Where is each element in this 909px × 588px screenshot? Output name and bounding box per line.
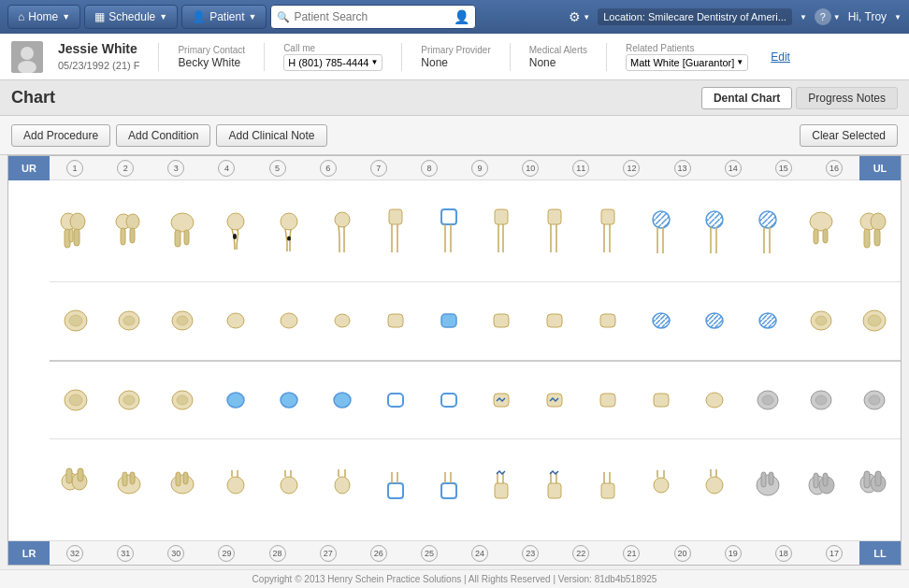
search-input[interactable]	[294, 10, 450, 23]
tooth-21-occlusal[interactable]	[635, 362, 688, 439]
tooth-17-occlusal[interactable]	[847, 362, 901, 439]
tooth-num-22[interactable]: 22	[556, 545, 606, 562]
tooth-29-occlusal[interactable]	[209, 362, 263, 439]
patient-search-box[interactable]: 🔍 👤	[270, 5, 476, 29]
tooth-19-occlusal[interactable]	[741, 362, 794, 439]
tooth-8-occlusal[interactable]	[422, 282, 475, 360]
tooth-5-facial[interactable]	[263, 180, 316, 281]
tooth-30-facial[interactable]	[156, 439, 209, 540]
tooth-14-occlusal[interactable]	[741, 282, 794, 360]
tooth-10-facial[interactable]	[528, 180, 582, 281]
tooth-num-13[interactable]: 13	[657, 160, 708, 177]
tooth-11-facial[interactable]	[582, 180, 635, 281]
tooth-6-occlusal[interactable]	[315, 282, 368, 360]
tooth-num-30[interactable]: 30	[151, 545, 201, 562]
tooth-22-occlusal[interactable]	[582, 362, 635, 439]
tooth-19-facial[interactable]	[741, 439, 794, 540]
settings-button[interactable]: ⚙ ▼	[569, 9, 590, 24]
tooth-num-15[interactable]: 15	[758, 160, 809, 177]
tooth-10-occlusal[interactable]	[528, 282, 582, 360]
tooth-18-occlusal[interactable]	[794, 362, 847, 439]
tooth-7-facial[interactable]	[368, 180, 422, 281]
tooth-num-2[interactable]: 2	[100, 160, 151, 177]
tooth-27-facial[interactable]	[315, 439, 368, 540]
add-condition-button[interactable]: Add Condition	[116, 124, 210, 147]
tooth-22-facial[interactable]	[582, 439, 635, 540]
tooth-num-7[interactable]: 7	[354, 160, 404, 177]
tooth-num-21[interactable]: 21	[606, 545, 656, 562]
tooth-4-facial[interactable]	[209, 180, 263, 281]
tooth-num-23[interactable]: 23	[505, 545, 556, 562]
tooth-15-occlusal[interactable]	[794, 282, 847, 360]
tooth-1-occlusal[interactable]	[50, 282, 103, 360]
tooth-num-26[interactable]: 26	[354, 545, 404, 562]
tooth-4-occlusal[interactable]	[209, 282, 263, 360]
tooth-num-14[interactable]: 14	[708, 160, 758, 177]
tooth-30-occlusal[interactable]	[156, 362, 209, 439]
tooth-num-29[interactable]: 29	[201, 545, 252, 562]
tooth-num-6[interactable]: 6	[303, 160, 354, 177]
tooth-num-32[interactable]: 32	[50, 545, 100, 562]
help-button[interactable]: ? ▼	[815, 8, 841, 25]
tooth-6-facial[interactable]	[315, 180, 368, 281]
call-me-dropdown[interactable]: H (801) 785-4444 ▼	[283, 54, 382, 71]
tooth-25-facial[interactable]	[422, 439, 475, 540]
clear-selected-button[interactable]: Clear Selected	[800, 124, 898, 147]
tooth-3-facial[interactable]	[156, 180, 209, 281]
tooth-12-occlusal[interactable]	[635, 282, 688, 360]
tooth-num-19[interactable]: 19	[708, 545, 758, 562]
tooth-20-facial[interactable]	[688, 439, 742, 540]
patient-button[interactable]: 👤 Patient ▼	[181, 5, 267, 29]
tooth-23-facial[interactable]	[528, 439, 582, 540]
tooth-32-occlusal[interactable]	[50, 362, 103, 439]
tooth-num-16[interactable]: 16	[809, 160, 859, 177]
tooth-num-24[interactable]: 24	[454, 545, 505, 562]
tooth-num-1[interactable]: 1	[50, 160, 100, 177]
tooth-15-facial[interactable]	[794, 180, 847, 281]
tooth-num-4[interactable]: 4	[201, 160, 252, 177]
tooth-num-20[interactable]: 20	[657, 545, 708, 562]
tooth-num-9[interactable]: 9	[454, 160, 505, 177]
tooth-num-28[interactable]: 28	[252, 545, 303, 562]
tooth-27-occlusal[interactable]	[315, 362, 368, 439]
edit-patient-link[interactable]: Edit	[771, 50, 790, 64]
tooth-3-occlusal[interactable]	[156, 282, 209, 360]
tooth-9-facial[interactable]	[475, 180, 528, 281]
tooth-num-11[interactable]: 11	[556, 160, 606, 177]
tooth-num-31[interactable]: 31	[100, 545, 151, 562]
add-procedure-button[interactable]: Add Procedure	[11, 124, 110, 147]
tooth-13-occlusal[interactable]	[688, 282, 742, 360]
tooth-16-facial[interactable]	[847, 180, 901, 281]
tooth-num-27[interactable]: 27	[303, 545, 354, 562]
tooth-29-facial[interactable]	[209, 439, 263, 540]
tooth-26-facial[interactable]	[368, 439, 422, 540]
tooth-2-occlusal[interactable]	[103, 282, 156, 360]
tooth-num-12[interactable]: 12	[606, 160, 656, 177]
tooth-20-occlusal[interactable]	[688, 362, 742, 439]
tooth-num-3[interactable]: 3	[151, 160, 201, 177]
tooth-31-facial[interactable]	[103, 439, 156, 540]
schedule-button[interactable]: ▦ Schedule ▼	[84, 5, 178, 29]
tooth-25-occlusal[interactable]	[422, 362, 475, 439]
tab-dental-chart[interactable]: Dental Chart	[701, 87, 792, 109]
tooth-num-5[interactable]: 5	[252, 160, 303, 177]
tooth-14-facial[interactable]	[741, 180, 794, 281]
tooth-8-facial[interactable]	[422, 180, 475, 281]
tooth-28-occlusal[interactable]	[263, 362, 316, 439]
tooth-24-facial[interactable]	[475, 439, 528, 540]
home-button[interactable]: ⌂ Home ▼	[7, 5, 80, 29]
tooth-13-facial[interactable]	[688, 180, 742, 281]
tooth-num-25[interactable]: 25	[404, 545, 454, 562]
tooth-31-occlusal[interactable]	[103, 362, 156, 439]
tooth-16-occlusal[interactable]	[847, 282, 901, 360]
tooth-num-10[interactable]: 10	[505, 160, 556, 177]
tooth-11-occlusal[interactable]	[582, 282, 635, 360]
tooth-21-facial[interactable]	[635, 439, 688, 540]
tooth-24-occlusal[interactable]	[475, 362, 528, 439]
tooth-17-facial[interactable]	[847, 439, 901, 540]
tooth-1-facial[interactable]	[50, 180, 103, 281]
tooth-2-facial[interactable]	[103, 180, 156, 281]
tooth-num-17[interactable]: 17	[809, 545, 859, 562]
tooth-12-facial[interactable]	[635, 180, 688, 281]
tooth-num-8[interactable]: 8	[404, 160, 454, 177]
